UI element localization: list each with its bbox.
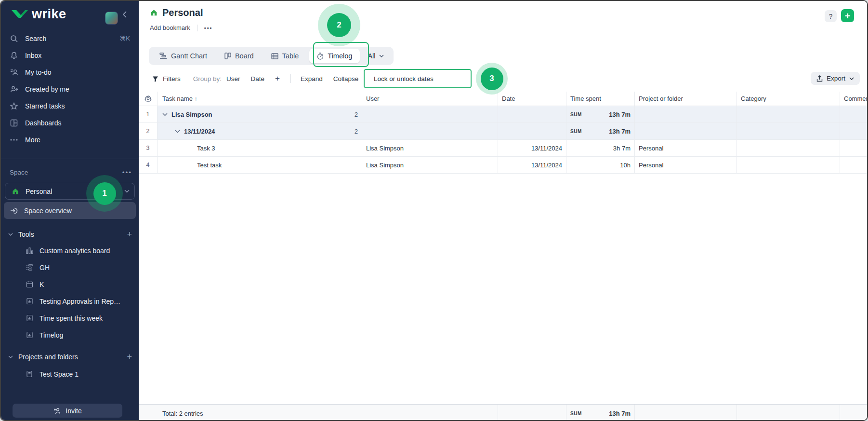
- cell-task-name[interactable]: Task 3: [158, 140, 362, 157]
- cell-user[interactable]: Lisa Simpson: [362, 157, 498, 174]
- group-by-user[interactable]: User: [226, 75, 240, 82]
- group-by-date[interactable]: Date: [251, 75, 265, 82]
- sidebar-divider: [1, 159, 139, 159]
- time-sum-value: 13h 7m: [609, 128, 631, 135]
- create-new-button[interactable]: +: [841, 9, 854, 22]
- cell-category[interactable]: [737, 157, 840, 174]
- tab-board[interactable]: Board: [217, 47, 262, 65]
- wrike-logo[interactable]: wrike: [11, 7, 66, 22]
- sidebar-item-label: Custom analytics board: [39, 247, 110, 255]
- search-label: Search: [25, 35, 46, 42]
- cell-time-spent[interactable]: 10h: [566, 157, 635, 174]
- cell-comment[interactable]: [840, 140, 868, 157]
- cell-user[interactable]: [362, 123, 498, 140]
- cell-comment[interactable]: [840, 157, 868, 174]
- sidebar-item-k[interactable]: K: [1, 276, 139, 293]
- add-tool-icon[interactable]: +: [127, 230, 132, 240]
- sidebar-item-starred-tasks[interactable]: Starred tasks: [1, 97, 139, 114]
- table-row-group-date[interactable]: 2 13/11/2024 2 SUM 13h 7m: [139, 123, 867, 140]
- column-header-date[interactable]: Date: [498, 92, 566, 106]
- sidebar-item-label: My to-do: [25, 68, 51, 76]
- column-label: Category: [741, 95, 766, 102]
- filters-button[interactable]: Filters: [152, 75, 181, 82]
- sidebar-item-gh[interactable]: GH: [1, 259, 139, 276]
- expand-button[interactable]: Expand: [301, 75, 323, 82]
- table-row-task[interactable]: 3 Task 3 Lisa Simpson 13/11/2024 3h 7m P…: [139, 140, 867, 157]
- header-more-icon[interactable]: •••: [204, 25, 213, 31]
- cell-project[interactable]: Personal: [635, 140, 737, 157]
- gear-icon: [145, 95, 152, 102]
- cell-comment[interactable]: [840, 123, 868, 140]
- sidebar-item-search[interactable]: Search ⌘K: [1, 30, 139, 47]
- cell-comment[interactable]: [840, 106, 868, 123]
- sidebar-item-time-spent-this-week[interactable]: Time spent this week: [1, 310, 139, 326]
- invite-button[interactable]: Invite: [13, 404, 122, 418]
- tab-gantt-chart[interactable]: Gantt Chart: [152, 47, 215, 65]
- table-settings-cell[interactable]: [139, 92, 158, 106]
- column-header-category[interactable]: Category: [737, 92, 840, 106]
- cell-date[interactable]: 13/11/2024: [498, 157, 566, 174]
- sidebar-item-dashboards[interactable]: Dashboards: [1, 114, 139, 131]
- house-icon: [150, 9, 158, 17]
- sidebar-section-tools[interactable]: Tools +: [8, 227, 132, 242]
- cell-date[interactable]: [498, 106, 566, 123]
- sidebar-item-label: Starred tasks: [25, 102, 65, 110]
- table-row-group-user[interactable]: 1 Lisa Simpson 2 SUM 13h 7m: [139, 106, 867, 123]
- lock-or-unlock-dates-button[interactable]: Lock or unlock dates: [364, 69, 472, 88]
- export-button[interactable]: Export: [811, 72, 860, 85]
- sidebar-item-created-by-me[interactable]: Created by me: [1, 81, 139, 97]
- divider: [197, 25, 197, 31]
- cell-time-spent[interactable]: 3h 7m: [566, 140, 635, 157]
- search-shortcut: ⌘K: [119, 35, 130, 42]
- column-header-user[interactable]: User: [362, 92, 498, 106]
- column-label: Comment: [844, 95, 868, 102]
- sidebar: wrike Search ⌘K Inbox: [1, 1, 139, 420]
- tab-timelog[interactable]: Timelog: [309, 49, 360, 63]
- cell-date[interactable]: 13/11/2024: [498, 140, 566, 157]
- cell-task-name[interactable]: Test task: [158, 157, 362, 174]
- cell-category[interactable]: [737, 140, 840, 157]
- annotation-halo-3: 3: [476, 63, 508, 95]
- person-arrow-icon: [10, 85, 18, 94]
- house-icon: [11, 187, 20, 196]
- cell-date[interactable]: [498, 123, 566, 140]
- cell-project[interactable]: [635, 123, 737, 140]
- chevron-down-icon[interactable]: [124, 190, 130, 193]
- collapse-group-icon[interactable]: [162, 113, 168, 116]
- cell-project[interactable]: Personal: [635, 157, 737, 174]
- sort-asc-icon[interactable]: ↑: [195, 95, 198, 102]
- row-number: 3: [139, 140, 158, 157]
- column-header-project-or-folder[interactable]: Project or folder: [635, 92, 737, 106]
- sidebar-item-testing-approvals[interactable]: Testing Approvals in Rep…: [1, 293, 139, 310]
- page-title: Personal: [162, 7, 203, 18]
- add-grouping-button[interactable]: +: [275, 74, 280, 83]
- column-header-task-name[interactable]: Task name ↑: [158, 92, 362, 106]
- row-number: 2: [139, 123, 158, 140]
- timelog-filter-dropdown[interactable]: All: [363, 52, 390, 60]
- cell-category[interactable]: [737, 123, 840, 140]
- column-header-time-spent[interactable]: Time spent: [566, 92, 635, 106]
- column-header-comment[interactable]: Comment: [840, 92, 868, 106]
- cell-category[interactable]: [737, 106, 840, 123]
- sidebar-collapse-icon[interactable]: [122, 11, 127, 18]
- cell-project[interactable]: [635, 106, 737, 123]
- add-project-icon[interactable]: +: [127, 352, 132, 362]
- user-avatar[interactable]: [105, 12, 118, 25]
- sidebar-item-my-todo[interactable]: My to-do: [1, 64, 139, 81]
- sidebar-item-test-space-1[interactable]: Test Space 1: [1, 366, 139, 382]
- chevron-down-icon: [379, 54, 384, 57]
- cell-user[interactable]: [362, 106, 498, 123]
- sidebar-item-inbox[interactable]: Inbox: [1, 47, 139, 64]
- table-row-task[interactable]: 4 Test task Lisa Simpson 13/11/2024 10h …: [139, 157, 867, 174]
- cell-user[interactable]: Lisa Simpson: [362, 140, 498, 157]
- sidebar-item-timelog[interactable]: Timelog: [1, 326, 139, 343]
- sidebar-item-custom-analytics-board[interactable]: Custom analytics board: [1, 242, 139, 259]
- tab-table[interactable]: Table: [263, 47, 307, 65]
- sidebar-section-projects[interactable]: Projects and folders +: [8, 349, 132, 365]
- collapse-group-icon[interactable]: [175, 130, 180, 133]
- space-more-icon[interactable]: •••: [122, 169, 132, 176]
- sidebar-item-more[interactable]: More: [1, 131, 139, 148]
- collapse-button[interactable]: Collapse: [333, 75, 359, 82]
- help-button[interactable]: ?: [825, 10, 837, 22]
- add-bookmark-button[interactable]: Add bookmark: [150, 24, 190, 31]
